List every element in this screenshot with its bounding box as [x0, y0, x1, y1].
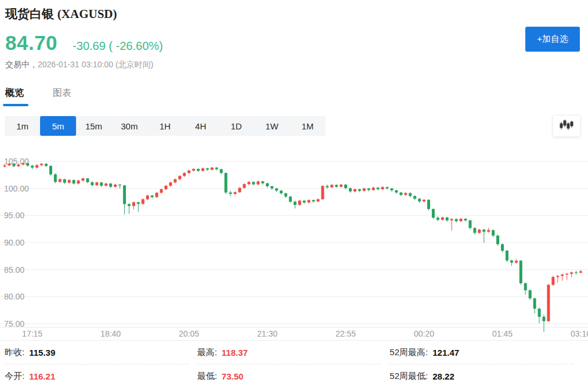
candle-body — [404, 193, 407, 195]
candle-body — [160, 189, 163, 193]
stat-label: 52周最低: — [389, 371, 428, 382]
timeframe-toolbar: 1m5m15m30m1H4H1D1W1M — [5, 115, 588, 139]
candle-body — [579, 271, 582, 272]
view-tabs: 概览图表 — [5, 87, 100, 106]
stat-value: 28.22 — [432, 371, 454, 381]
chart-style-button[interactable] — [553, 115, 580, 137]
candle-body — [289, 197, 292, 202]
candle-body — [575, 272, 578, 273]
quote-datetime: 2026-01-31 03:10:00 (北京时间) — [38, 60, 153, 69]
candle-body — [321, 186, 324, 199]
timeframe-button-1m[interactable]: 1m — [5, 116, 40, 136]
candle-body — [473, 228, 476, 233]
candle-body — [187, 171, 190, 173]
candle-body — [492, 230, 495, 236]
stat-label: 最低: — [197, 371, 217, 382]
candle-body — [335, 185, 338, 187]
tab-overview[interactable]: 概览 — [5, 87, 24, 106]
candle-body — [386, 187, 389, 188]
candle-body — [270, 186, 273, 189]
candle-body — [128, 204, 131, 206]
stat-column: 最高:118.37最低:73.50 — [197, 341, 382, 390]
candle-body — [21, 163, 24, 164]
stat-row: 最低:73.50 — [197, 364, 382, 388]
candle-body — [520, 261, 522, 283]
candle-body — [381, 187, 384, 189]
y-axis-tick: 90.00 — [4, 238, 24, 247]
candle-body — [234, 192, 237, 194]
candle-body — [86, 178, 89, 182]
timeframe-button-15m[interactable]: 15m — [76, 116, 111, 136]
candle-body — [390, 189, 393, 190]
y-axis-tick: 75.00 — [4, 319, 24, 328]
trading-status: 交易中， — [5, 60, 38, 69]
candlestick-chart[interactable]: 105.00100.0095.0090.0085.0080.0075.0017:… — [0, 150, 588, 340]
candle-body — [547, 285, 550, 322]
y-axis-tick: 80.00 — [4, 292, 24, 301]
x-axis-tick: 22:55 — [336, 329, 356, 338]
y-axis-tick: 95.00 — [4, 211, 24, 220]
stat-label: 52周最高: — [389, 347, 428, 358]
candle-body — [266, 183, 269, 186]
timeframe-button-4H[interactable]: 4H — [183, 116, 218, 136]
candle-body — [506, 251, 508, 261]
candle-body — [146, 196, 149, 200]
candle-body — [460, 219, 463, 221]
candle-body — [561, 275, 564, 276]
candle-body — [211, 168, 214, 170]
candle-body — [358, 189, 361, 191]
candle-body — [482, 230, 485, 232]
candle-body — [12, 164, 15, 166]
candle-body — [326, 186, 329, 187]
instrument-name: 现货白银 — [5, 7, 54, 20]
spot-silver-quote-page: 现货白银 (XAGUSD) 84.70 -30.69 ( -26.60%) 交易… — [0, 0, 588, 390]
candle-body — [45, 164, 48, 166]
timeframe-button-1M[interactable]: 1M — [290, 116, 325, 136]
candle-body — [538, 309, 541, 317]
candle-body — [294, 202, 297, 205]
stat-label: 今开: — [5, 371, 24, 382]
candle-body — [247, 182, 250, 184]
candle-body — [344, 185, 347, 188]
candle-body — [238, 188, 241, 192]
candle-body — [308, 200, 311, 203]
x-axis-tick: 01:45 — [492, 329, 513, 338]
candle-body — [409, 193, 412, 196]
add-to-watchlist-button[interactable]: +加自选 — [525, 27, 580, 52]
x-axis-tick: 21:30 — [257, 329, 277, 338]
candle-body — [399, 193, 402, 195]
candle-body — [487, 230, 490, 232]
candle-body — [201, 168, 204, 171]
candle-body — [478, 230, 481, 233]
candle-body — [123, 186, 126, 204]
timeframe-button-1D[interactable]: 1D — [218, 116, 254, 136]
candle-body — [316, 199, 319, 201]
stat-row: 最高:118.37 — [197, 341, 382, 364]
candle-body — [515, 261, 518, 262]
candle-body — [137, 202, 140, 204]
candle-body — [298, 201, 301, 205]
timeframe-button-30m[interactable]: 30m — [111, 116, 147, 136]
tab-chart[interactable]: 图表 — [53, 87, 71, 106]
timeframe-button-5m[interactable]: 5m — [40, 116, 75, 136]
timeframe-button-1W[interactable]: 1W — [254, 116, 290, 136]
candle-body — [556, 276, 559, 277]
stat-value: 118.37 — [222, 348, 248, 358]
candle-body — [91, 182, 93, 185]
candle-body — [118, 185, 121, 185]
instrument-symbol-text: (XAGUSD) — [57, 7, 117, 21]
price-chart[interactable]: 105.00100.0095.0090.0085.0080.0075.0017:… — [0, 150, 588, 340]
y-axis-tick: 85.00 — [4, 265, 24, 275]
stat-value: 73.50 — [222, 371, 244, 381]
candle-body — [197, 169, 200, 171]
candle-body — [156, 193, 158, 197]
candle-body — [3, 165, 6, 167]
page-title: 现货白银 (XAGUSD) — [5, 6, 163, 22]
candle-body — [252, 182, 255, 184]
stat-row: 52周最高:121.47 — [389, 341, 574, 364]
stat-label: 昨收: — [5, 347, 24, 358]
candle-body — [330, 185, 333, 187]
timeframe-button-1H[interactable]: 1H — [147, 116, 183, 136]
stat-label: 最高: — [197, 347, 217, 358]
candle-body — [446, 218, 449, 221]
